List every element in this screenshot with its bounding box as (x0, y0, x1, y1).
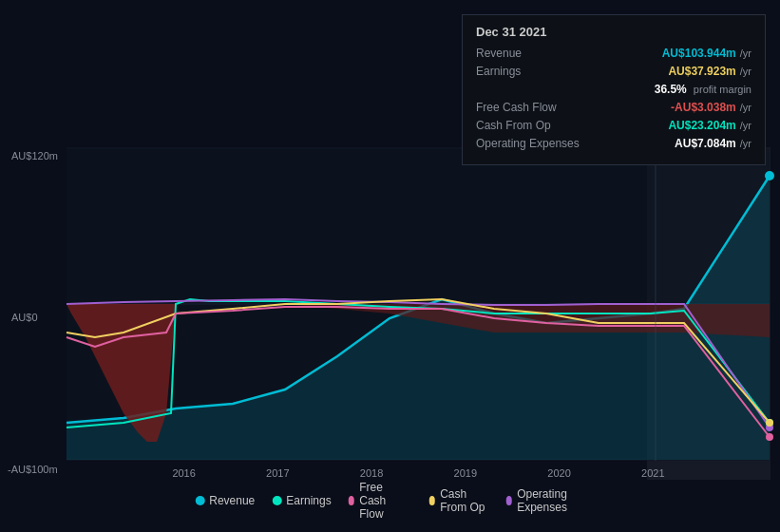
legend-label-cashop: Cash From Op (440, 487, 488, 514)
legend-fcf: Free Cash Flow (349, 481, 412, 521)
legend-label-earnings: Earnings (286, 494, 331, 507)
tooltip-value-earnings: AU$37.923m/yr (668, 65, 751, 78)
legend-dot-cashop (429, 496, 436, 505)
legend-revenue: Revenue (195, 494, 255, 507)
tooltip-label-opex: Operating Expenses (476, 137, 599, 150)
legend-dot-earnings (272, 496, 281, 505)
chart-svg (0, 147, 780, 461)
tooltip-value-margin: 36.5% profit margin (655, 83, 751, 96)
x-label-2016: 2016 (172, 467, 195, 479)
tooltip-label-revenue: Revenue (476, 47, 599, 60)
x-label-2021: 2021 (641, 467, 664, 479)
tooltip-row-revenue: Revenue AU$103.944m/yr (476, 47, 751, 60)
legend-dot-fcf (349, 496, 355, 505)
legend-earnings: Earnings (272, 494, 331, 507)
legend-label-revenue: Revenue (209, 494, 255, 507)
x-axis: 2016 2017 2018 2019 2020 2021 (67, 467, 770, 479)
tooltip-value-opex: AU$7.084m/yr (675, 137, 751, 150)
x-label-2020: 2020 (547, 467, 570, 479)
tooltip-row-fcf: Free Cash Flow -AU$3.038m/yr (476, 101, 751, 114)
y-label-bot: -AU$100m (8, 464, 58, 475)
legend-label-fcf: Free Cash Flow (359, 481, 411, 521)
tooltip-value-revenue: AU$103.944m/yr (662, 47, 751, 60)
tooltip-label-cashop: Cash From Op (476, 119, 599, 132)
tooltip-row-cashop: Cash From Op AU$23.204m/yr (476, 119, 751, 132)
x-label-2018: 2018 (360, 467, 383, 479)
tooltip-row-opex: Operating Expenses AU$7.084m/yr (476, 137, 751, 150)
legend-dot-opex (506, 496, 513, 505)
tooltip-label-fcf: Free Cash Flow (476, 101, 599, 114)
tooltip-row-earnings: Earnings AU$37.923m/yr (476, 65, 751, 78)
x-label-2017: 2017 (266, 467, 289, 479)
x-label-2019: 2019 (454, 467, 477, 479)
legend-dot-revenue (195, 496, 204, 505)
legend-cashop: Cash From Op (429, 487, 489, 514)
svg-point-9 (766, 433, 773, 441)
tooltip-row-margin: 36.5% profit margin (476, 83, 751, 96)
chart-legend: Revenue Earnings Free Cash Flow Cash Fro… (195, 481, 585, 521)
tooltip-value-fcf: -AU$3.038m/yr (671, 101, 751, 114)
svg-point-5 (765, 171, 774, 180)
tooltip-title: Dec 31 2021 (476, 25, 751, 39)
legend-opex: Operating Expenses (506, 487, 585, 514)
legend-label-opex: Operating Expenses (517, 487, 585, 514)
tooltip-value-cashop: AU$23.204m/yr (668, 119, 751, 132)
svg-point-8 (766, 419, 773, 427)
tooltip-label-earnings: Earnings (476, 65, 599, 78)
data-tooltip: Dec 31 2021 Revenue AU$103.944m/yr Earni… (462, 14, 766, 165)
